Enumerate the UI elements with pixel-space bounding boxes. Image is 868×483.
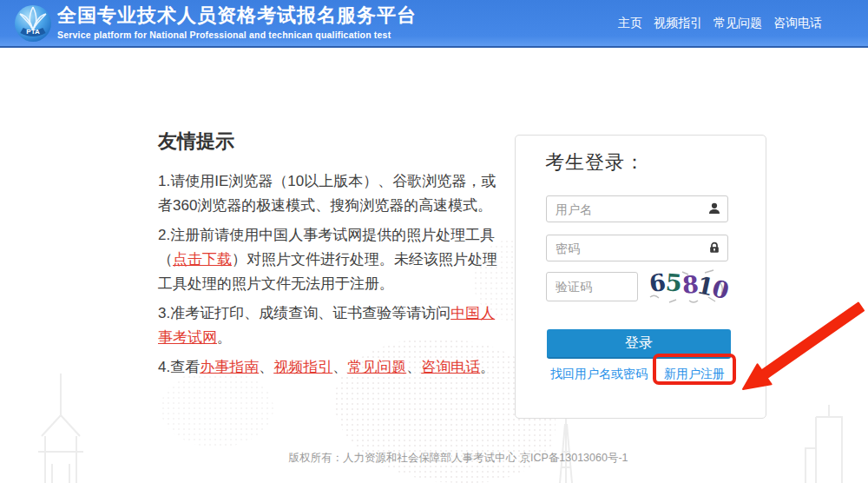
tips-section: 友情提示 1.请使用IE浏览器（10以上版本）、谷歌浏览器，或者360浏览器的极…	[158, 130, 503, 385]
password-field-wrap	[546, 235, 728, 261]
login-button[interactable]: 登录	[547, 329, 731, 359]
tips-link[interactable]: 咨询电话	[421, 359, 480, 375]
login-title: 考生登录：	[545, 149, 645, 175]
tips-paragraph: 4.查看办事指南、视频指引、常见问题、咨询电话。	[158, 355, 503, 380]
tips-text: 。	[480, 359, 495, 375]
tips-text: 、	[332, 359, 347, 375]
captcha-digits: 65810	[649, 269, 727, 296]
header-nav: 主页视频指引常见问题咨询电话	[618, 0, 822, 46]
tips-text: 、	[259, 359, 273, 375]
captcha-input[interactable]	[546, 272, 638, 301]
password-input[interactable]	[546, 235, 728, 261]
tips-paragraph: 3.准考证打印、成绩查询、证书查验等请访问中国人事考试网。	[158, 301, 503, 350]
site-subtitle: Service platform for National Profession…	[57, 30, 417, 40]
nav-hotline[interactable]: 咨询电话	[773, 16, 822, 31]
tips-text: 。	[217, 329, 232, 346]
header: PTA 全国专业技术人员资格考试报名服务平台 Service platform …	[0, 0, 868, 48]
svg-text:PTA: PTA	[26, 28, 40, 36]
login-card: 考生登录：	[515, 135, 766, 419]
captcha-image[interactable]: 65810	[648, 268, 728, 306]
captcha-field-wrap	[546, 272, 638, 301]
tips-link[interactable]: 视频指引	[273, 359, 332, 375]
username-input[interactable]	[546, 195, 728, 222]
nav-home[interactable]: 主页	[618, 16, 642, 31]
pta-logo-icon: PTA	[13, 3, 53, 43]
nav-video-guide[interactable]: 视频指引	[654, 16, 702, 31]
tips-heading: 友情提示	[158, 130, 503, 153]
page: PTA 全国专业技术人员资格考试报名服务平台 Service platform …	[0, 0, 868, 483]
new-user-register-link[interactable]: 新用户注册	[664, 367, 725, 382]
captcha-digit: 5	[665, 268, 683, 296]
username-field-wrap	[546, 195, 728, 222]
tips-text: 、	[406, 359, 421, 375]
brand: 全国专业技术人员资格考试报名服务平台 Service platform for …	[57, 4, 417, 40]
tips-link[interactable]: 办事指南	[200, 359, 259, 375]
tips-text: 3.准考证打印、成绩查询、证书查验等请访问	[158, 305, 450, 321]
tips-text: 1.请使用IE浏览器（10以上版本）、谷歌浏览器，或者360浏览器的极速模式、搜…	[158, 173, 496, 214]
tips-paragraph: 2.注册前请使用中国人事考试网提供的照片处理工具（点击下载）对照片文件进行处理。…	[158, 223, 503, 296]
tips-text: 4.查看	[158, 359, 200, 375]
footer-copyright: 版权所有：人力资源和社会保障部人事考试中心 京ICP备13013060号-1	[288, 451, 628, 466]
tips-link[interactable]: 常见问题	[347, 359, 406, 375]
site-title: 全国专业技术人员资格考试报名服务平台	[57, 4, 417, 27]
tips-paragraph: 1.请使用IE浏览器（10以上版本）、谷歌浏览器，或者360浏览器的极速模式、搜…	[158, 169, 503, 218]
forgot-credentials-link[interactable]: 找回用户名或密码	[550, 367, 648, 382]
tips-paragraphs: 1.请使用IE浏览器（10以上版本）、谷歌浏览器，或者360浏览器的极速模式、搜…	[158, 169, 503, 380]
tips-link[interactable]: 点击下载	[173, 251, 232, 268]
nav-faq[interactable]: 常见问题	[713, 16, 762, 31]
